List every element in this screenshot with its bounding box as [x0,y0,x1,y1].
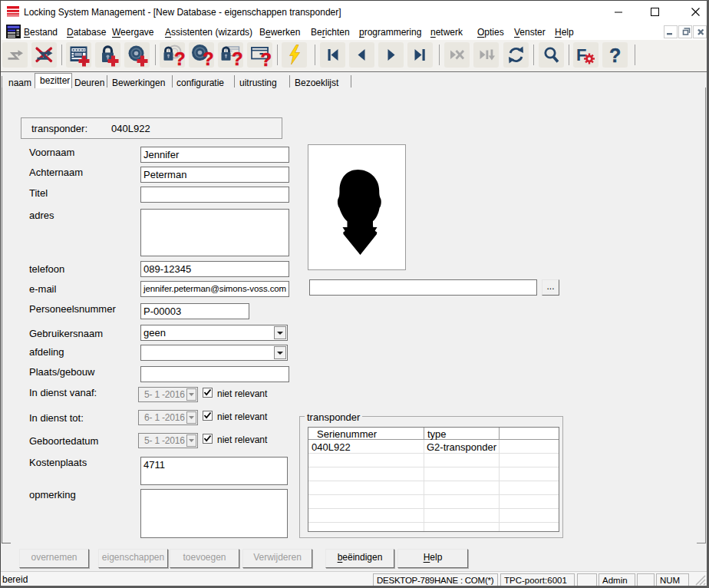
svg-text:?: ? [174,48,185,68]
svg-text:?: ? [203,48,214,68]
svg-text:?: ? [232,48,243,68]
svg-text:?: ? [609,45,621,66]
svg-text:F: F [576,45,586,64]
svg-text:?: ? [261,49,272,68]
